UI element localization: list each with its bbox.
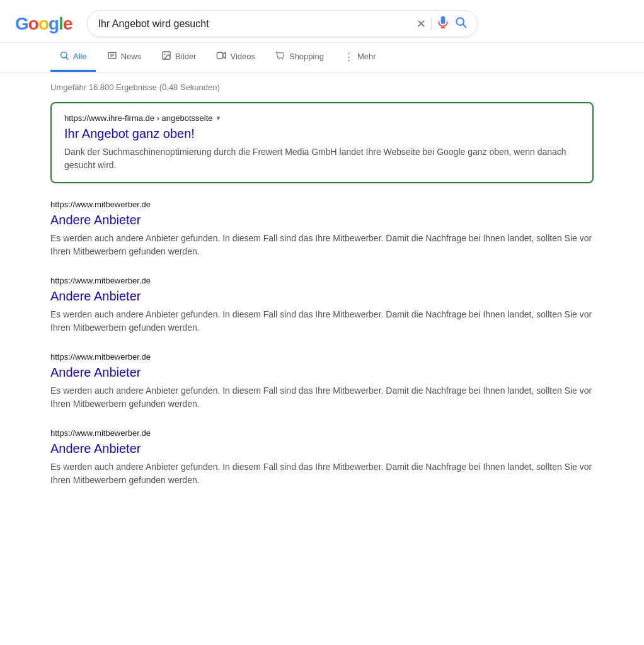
logo-o2: o [38, 14, 49, 34]
svg-point-9 [164, 54, 166, 55]
competitor-results: https://www.mitbewerber.de Andere Anbiet… [50, 196, 594, 498]
google-logo: Google [15, 14, 72, 34]
result-title-2[interactable]: Andere Anbieter [50, 364, 594, 380]
highlighted-result: https://www.ihre-firma.de › angebotsseit… [50, 102, 594, 183]
competitor-result: https://www.mitbewerber.de Andere Anbiet… [50, 272, 594, 346]
url-dropdown-icon[interactable]: ▼ [216, 115, 222, 122]
tab-alle-label: Alle [73, 52, 87, 61]
header: Google ✕ [0, 0, 644, 43]
results-area: Umgefähr 16.800 Ergebnisse (0,48 Sekunde… [0, 72, 644, 498]
result-url-3: https://www.mitbewerber.de [50, 428, 594, 438]
nav-tabs: Alle News Bilder [0, 43, 644, 72]
logo-e: e [63, 14, 72, 34]
highlighted-result-url: https://www.ihre-firma.de › angebotsseit… [64, 113, 580, 123]
result-url-0: https://www.mitbewerber.de [50, 200, 594, 209]
highlighted-result-desc: Dank der Suchmaschinenoptimierung durch … [64, 146, 580, 172]
svg-line-3 [66, 57, 68, 59]
tab-news-label: News [121, 52, 142, 61]
clear-icon[interactable]: ✕ [417, 17, 426, 31]
videos-icon [216, 50, 226, 62]
tab-videos[interactable]: Videos [207, 43, 264, 72]
tab-bilder-label: Bilder [175, 52, 196, 61]
search-submit-icon[interactable] [454, 16, 467, 31]
svg-rect-10 [217, 52, 223, 58]
search-bar: ✕ [87, 10, 478, 37]
result-url-1: https://www.mitbewerber.de [50, 276, 594, 285]
tab-bilder[interactable]: Bilder [152, 43, 205, 72]
logo-o1: o [28, 14, 38, 34]
competitor-result: https://www.mitbewerber.de Andere Anbiet… [50, 348, 594, 422]
svg-point-11 [279, 59, 279, 59]
url-text-0: https://www.mitbewerber.de [50, 200, 151, 209]
competitor-result: https://www.mitbewerber.de Andere Anbiet… [50, 196, 594, 270]
result-desc-3: Es werden auch andere Anbieter gefunden.… [50, 460, 594, 487]
url-text-3: https://www.mitbewerber.de [50, 428, 151, 438]
search-divider [431, 16, 432, 31]
result-title-1[interactable]: Andere Anbieter [50, 288, 594, 304]
svg-line-1 [463, 25, 466, 28]
url-text-1: https://www.mitbewerber.de [50, 276, 151, 285]
mehr-dots-icon: ⋮ [344, 51, 354, 62]
result-url-2: https://www.mitbewerber.de [50, 352, 594, 362]
logo-l: l [59, 14, 63, 34]
tab-mehr-label: Mehr [357, 52, 376, 61]
highlighted-result-title[interactable]: Ihr Angebot ganz oben! [64, 125, 580, 142]
result-desc-0: Es werden auch andere Anbieter gefunden.… [50, 232, 594, 258]
news-icon [107, 50, 117, 62]
result-title-0[interactable]: Andere Anbieter [50, 212, 594, 228]
shopping-icon [275, 50, 285, 62]
tab-alle[interactable]: Alle [50, 43, 96, 72]
tab-mehr[interactable]: ⋮ Mehr [335, 43, 385, 72]
tab-shopping[interactable]: Shopping [267, 43, 333, 72]
results-count: Umgefähr 16.800 Ergebnisse (0,48 Sekunde… [50, 83, 594, 92]
alle-icon [59, 50, 69, 62]
highlighted-url-text: https://www.ihre-firma.de › angebotsseit… [64, 113, 213, 123]
tab-shopping-label: Shopping [289, 52, 324, 61]
tab-news[interactable]: News [98, 43, 151, 72]
search-input[interactable] [98, 18, 411, 30]
logo-g1: G [15, 14, 28, 34]
result-desc-1: Es werden auch andere Anbieter gefunden.… [50, 308, 594, 334]
svg-point-12 [282, 59, 283, 59]
logo-g2: g [49, 14, 59, 34]
result-desc-2: Es werden auch andere Anbieter gefunden.… [50, 384, 594, 411]
url-text-2: https://www.mitbewerber.de [50, 352, 151, 362]
bilder-icon [161, 50, 171, 62]
tab-videos-label: Videos [230, 52, 255, 61]
result-title-3[interactable]: Andere Anbieter [50, 440, 594, 457]
competitor-result: https://www.mitbewerber.de Andere Anbiet… [50, 425, 594, 498]
microphone-icon[interactable] [437, 16, 449, 31]
